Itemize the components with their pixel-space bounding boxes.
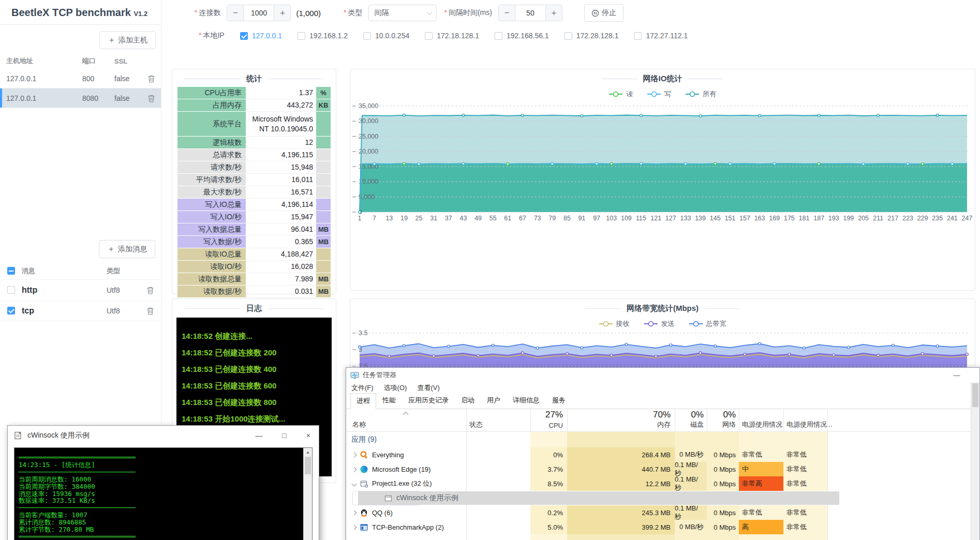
process-cpu: 3.7% [530,462,567,476]
process-status [478,491,542,505]
local-ip-option[interactable]: 172.27.112.1 [634,32,688,40]
connections-value[interactable]: 1000 [244,5,274,21]
stats-table: CPU占用率 1.37 % 占用内存 443,272 KB 系统平台 Micro… [177,87,331,298]
stat-label: 平均请求数/秒 [177,174,246,186]
col-name[interactable]: 名称 [352,420,366,429]
tab-启动[interactable]: 启动 [455,393,481,409]
col-mem[interactable]: 内存 [567,420,671,429]
plus-icon: ＋ [107,244,115,254]
process-row[interactable]: Project1.exe (32 位) 8.5% 12.2 MB 0.1 MB/… [346,476,971,491]
delete-icon[interactable] [146,307,154,315]
host-ssl: false [114,94,141,102]
process-name: QQ (6) [372,509,393,517]
stop-button[interactable]: 停止 [584,4,623,22]
local-ip-option[interactable]: 172.28.128.1 [565,32,619,40]
console-scrollbar[interactable]: ▲ [303,448,312,540]
tab-用户[interactable]: 用户 [481,393,507,409]
local-ip-option[interactable]: 192.168.1.2 [298,32,348,40]
tab-性能[interactable]: 性能 [376,393,402,409]
process-row[interactable]: Microsoft Edge (19) 3.7% 440.7 MB 0.1 MB… [346,462,971,476]
interval-label: *间隔时间(ms) [444,8,492,18]
legend-item[interactable]: 读 [609,89,633,99]
legend-label: 总带宽 [706,319,726,328]
message-checkbox[interactable] [7,307,15,314]
maximize-button[interactable]: □ [282,431,286,440]
ip-checkbox[interactable] [425,32,433,40]
delete-icon[interactable] [147,94,155,102]
decrease-button[interactable]: − [227,5,244,21]
ip-checkbox[interactable] [565,32,572,40]
decrease-button[interactable]: − [499,5,515,21]
local-ip-option[interactable]: 10.0.0.254 [363,32,409,40]
task-manager-titlebar[interactable]: 任务管理器 [346,368,979,382]
menu-item[interactable]: 文件(F) [351,383,374,393]
expand-chevron-icon[interactable] [352,467,357,472]
legend-item[interactable]: 总带宽 [689,319,726,328]
tab-服务[interactable]: 服务 [546,393,572,409]
ip-checkbox[interactable] [240,32,248,40]
ip-checkbox[interactable] [634,32,642,40]
tab-应用历史记录[interactable]: 应用历史记录 [402,393,455,409]
menu-item[interactable]: 查看(V) [417,383,439,393]
col-net[interactable]: 网络 [707,420,736,429]
scroll-up-icon[interactable]: ▲ [304,448,312,456]
ip-checkbox[interactable] [495,32,502,40]
delete-icon[interactable] [147,74,155,83]
tab-详细信息[interactable]: 详细信息 [507,393,546,409]
process-power-trend: 非常低 [783,520,827,534]
expand-chevron-icon[interactable] [352,481,357,486]
svg-text:25: 25 [415,215,423,222]
group-label: 应用 (9) [346,432,530,447]
message-row[interactable]: http Utf8 [0,280,160,301]
scroll-thumb[interactable] [305,457,311,474]
ip-checkbox[interactable] [298,32,305,40]
type-select[interactable]: 间隔 [368,5,437,21]
task-manager-scrollbar[interactable] [971,382,979,540]
expand-chevron-icon[interactable] [352,524,357,530]
legend-item[interactable]: 写 [647,89,671,99]
col-power[interactable]: 电源使用情况 [742,420,782,429]
add-host-button[interactable]: ＋ 添加主机 [99,31,156,49]
connections-stepper: − 1000 ＋ [227,5,291,21]
interval-value[interactable]: 50 [515,5,545,21]
increase-button[interactable]: ＋ [545,5,562,21]
delete-icon[interactable] [146,286,154,294]
expand-chevron-icon[interactable] [352,510,357,515]
local-ip-option[interactable]: 172.18.128.1 [425,32,479,40]
cwinsock-console[interactable]: ══════════════════════════════ 14:23:15 … [14,447,313,540]
process-row[interactable]: QQ (6) 0.2% 245.3 MB 0.1 MB/秒 0 Mbps 非常低… [346,505,971,520]
close-button[interactable]: × [306,431,310,440]
ip-label: 192.168.56.1 [507,32,549,40]
expand-chevron-icon[interactable] [352,452,357,457]
minimize-button[interactable]: — [255,431,262,440]
svg-text:3.5: 3.5 [359,329,367,337]
col-disk[interactable]: 磁盘 [675,420,704,429]
legend-item[interactable]: 所有 [686,89,716,99]
host-row[interactable]: 127.0.0.1 800 false [0,69,161,88]
message-row[interactable]: tcp Utf8 [0,301,160,321]
stats-row: 逻辑核数 12 [177,137,331,149]
minimize-button[interactable]: — [945,368,968,382]
process-cpu: 5.0% [530,520,567,534]
add-message-button[interactable]: ＋ 添加消息 [99,240,155,258]
menu-item[interactable]: 选项(O) [384,383,407,393]
stat-label: 写入IO总量 [177,199,246,211]
col-status[interactable]: 状态 [469,420,483,429]
process-row[interactable]: TCP-BenchmarkApp (2) 5.0% 399.2 MB 0 MB/… [346,520,971,534]
network-io-chart: 05,00010,00015,00020,00025,00030,00035,0… [352,99,973,226]
increase-button[interactable]: ＋ [274,5,290,21]
select-all-checkbox[interactable] [7,267,15,275]
ip-checkbox[interactable] [363,32,371,40]
legend-item[interactable]: 发送 [644,319,675,328]
local-ip-option[interactable]: 127.0.0.1 [240,32,282,40]
tab-进程[interactable]: 进程 [350,393,376,409]
host-row[interactable]: 127.0.0.1 8080 false [0,88,161,108]
process-group-header[interactable]: 应用 (9) [346,432,971,447]
process-row[interactable]: Everything 0% 268.4 MB 0 MB/秒 0 Mbps 非常低… [346,447,971,462]
col-power-trend[interactable]: 电源使用情况... [786,420,833,429]
host-ssl: false [114,74,141,83]
message-checkbox[interactable] [7,286,15,294]
process-row[interactable]: cWinsock 使用示例 [352,491,421,505]
legend-item[interactable]: 接收 [599,319,630,328]
local-ip-option[interactable]: 192.168.56.1 [495,32,549,40]
